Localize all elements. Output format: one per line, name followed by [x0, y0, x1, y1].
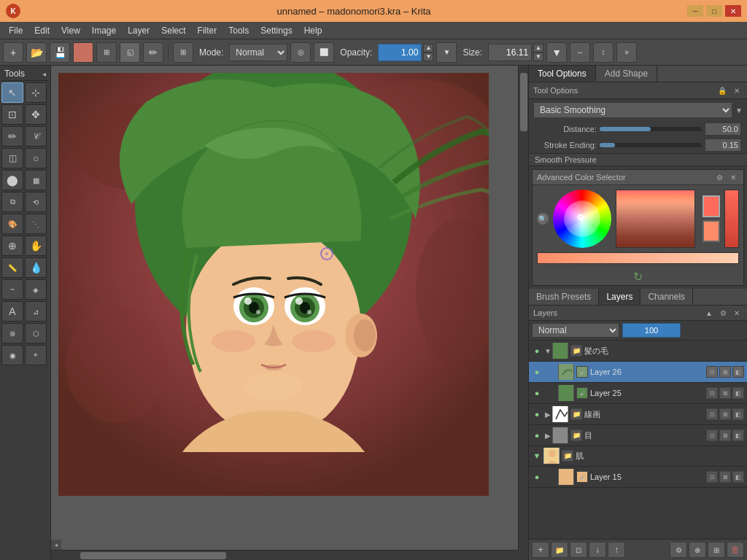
similar-sel-btn[interactable]: ◉ — [1, 345, 23, 365]
menu-image[interactable]: Image — [86, 24, 122, 37]
clone-tool-btn[interactable]: ⧉ — [1, 192, 23, 212]
layers-close-icon[interactable]: ✕ — [731, 307, 743, 319]
layer-visibility-hair[interactable]: ● — [532, 346, 542, 356]
opacity-extra-btn[interactable]: ▼ — [436, 42, 457, 63]
layer-extra-lineart-1[interactable]: ⊡ — [706, 408, 718, 420]
foreground-color[interactable] — [703, 195, 720, 217]
size-input[interactable]: 16.11 — [488, 44, 532, 61]
menu-settings[interactable]: Settings — [255, 24, 298, 37]
panel-close-icon[interactable]: ✕ — [731, 85, 743, 96]
menu-help[interactable]: Help — [298, 24, 328, 37]
color-swatch-3[interactable]: ◱ — [120, 42, 140, 63]
color-swatch-1[interactable] — [73, 42, 93, 63]
tab-tool-options[interactable]: Tool Options — [529, 66, 596, 82]
crop-tool-btn[interactable]: ⊡ — [1, 104, 23, 125]
layer-extra-2[interactable]: ⊠ — [719, 366, 731, 378]
layer-extra-lineart-2[interactable]: ⊠ — [719, 408, 731, 420]
gradient-tool-btn[interactable]: ▦ — [25, 170, 47, 190]
copy-layer-btn[interactable]: ⊡ — [570, 542, 587, 558]
layer-extra-15-1[interactable]: ⊡ — [706, 471, 718, 483]
menu-select[interactable]: Select — [155, 24, 191, 37]
move-layer-down-btn[interactable]: ↓ — [589, 542, 606, 558]
eyedropper-tool-btn[interactable]: 💧 — [25, 257, 47, 278]
menu-layer[interactable]: Layer — [122, 24, 155, 37]
pen-tool-btn[interactable]: ✏ — [143, 42, 163, 63]
eraser-tool-btn[interactable]: ◫ — [1, 148, 23, 168]
layer-extra-15-3[interactable]: ◧ — [732, 471, 744, 483]
layer-expand-lineart[interactable]: ▶ — [543, 411, 552, 419]
text-tool-btn[interactable]: A — [1, 301, 23, 322]
layer-extra-15-2[interactable]: ⊠ — [719, 471, 731, 483]
tab-channels[interactable]: Channels — [640, 289, 693, 305]
opacity-input[interactable]: 1.00 — [378, 44, 422, 61]
size-up-btn[interactable]: ▲ — [533, 44, 543, 52]
flatten-image-btn[interactable]: ⊞ — [708, 542, 725, 558]
color-spectrum[interactable] — [616, 190, 695, 248]
layers-settings-icon[interactable]: ⚙ — [717, 307, 729, 319]
layer-visibility-26[interactable]: ● — [532, 367, 542, 377]
menu-view[interactable]: View — [55, 24, 86, 37]
vector-tool-btn[interactable]: ⊿ — [25, 301, 47, 322]
color-value-bar[interactable] — [724, 190, 739, 248]
layer-properties-btn[interactable]: ⚙ — [670, 542, 687, 558]
select-tool-btn[interactable]: ↖ — [1, 82, 23, 103]
shape-tool-btn[interactable]: ○ — [25, 148, 47, 168]
menu-filter[interactable]: Filter — [192, 24, 223, 37]
refresh-icon[interactable]: ↻ — [633, 270, 643, 284]
calligraphy-tool-btn[interactable]: 𝒞 — [25, 126, 47, 147]
layers-scroll-up-icon[interactable]: ▲ — [703, 307, 715, 319]
opacity-up-btn[interactable]: ▲ — [423, 44, 433, 52]
color-refresh-btn[interactable]: ↻ — [533, 268, 743, 285]
canvas-container[interactable] — [58, 73, 489, 496]
group-layer-btn[interactable]: 📁 — [551, 542, 568, 558]
layer-visibility-eye[interactable]: ● — [532, 430, 542, 440]
assistant-tool-btn[interactable]: ⊛ — [1, 323, 23, 343]
open-btn[interactable]: 📂 — [26, 42, 47, 63]
layer-item-hair-group[interactable]: ● ▼ 📁 髪の毛 — [529, 341, 747, 362]
tab-brush-presets[interactable]: Brush Presets — [529, 289, 599, 305]
layer-item-25[interactable]: ● 🖌 Layer 25 ⊡ ⊠ ◧ — [529, 383, 747, 404]
menu-file[interactable]: File — [3, 24, 28, 37]
stroke-ending-value[interactable]: 0.15 — [705, 139, 741, 152]
v-scroll-thumb[interactable] — [520, 73, 527, 131]
layer-expand-hair[interactable]: ▼ — [543, 347, 552, 355]
minimize-button[interactable]: ─ — [687, 5, 703, 17]
pan-tool-btn[interactable]: ✋ — [25, 236, 47, 256]
save-btn[interactable]: 💾 — [50, 42, 70, 63]
layer-extra-3[interactable]: ◧ — [732, 366, 744, 378]
size-down-btn[interactable]: ▼ — [533, 52, 543, 61]
measure-tool-btn[interactable]: 📏 — [1, 257, 23, 278]
color-wheel[interactable] — [553, 190, 611, 248]
layer-extra-lineart-3[interactable]: ◧ — [732, 408, 744, 420]
bezier-sel-btn[interactable]: ⌖ — [25, 345, 47, 365]
distance-slider-track[interactable] — [600, 127, 702, 131]
layer-item-15[interactable]: ● 🖌 Layer 15 ⊡ ⊠ ◧ — [529, 467, 747, 488]
freehand-tool-btn[interactable]: ✏ — [1, 126, 23, 147]
layer-extra-eye-3[interactable]: ◧ — [732, 429, 744, 441]
color-sel-settings-icon[interactable]: ⚙ — [713, 171, 725, 183]
alpha-lock-btn[interactable]: ⬜ — [314, 42, 334, 63]
layer-visibility-25[interactable]: ● — [532, 388, 542, 398]
layers-opacity-slider[interactable]: 100 — [622, 323, 681, 338]
merge-layer-btn[interactable]: ⊕ — [689, 542, 706, 558]
layer-extra-1[interactable]: ⊡ — [706, 366, 718, 378]
delete-layer-btn[interactable]: 🗑 — [727, 542, 744, 558]
menu-edit[interactable]: Edit — [28, 24, 55, 37]
layer-expand-eye[interactable]: ▶ — [543, 432, 552, 440]
stroke-ending-slider-track[interactable] — [600, 143, 702, 147]
canvas-area[interactable]: ◂ — [51, 66, 528, 560]
color-gradient-bar[interactable] — [537, 252, 739, 264]
background-color[interactable] — [703, 220, 720, 242]
color-sel-close-icon[interactable]: ✕ — [727, 171, 739, 183]
move-layer-up-btn[interactable]: ↑ — [608, 542, 625, 558]
filter-brush-tool-btn[interactable]: ◈ — [25, 279, 47, 300]
grid-btn[interactable]: ⊞ — [173, 42, 193, 63]
layer-extra-25-2[interactable]: ⊠ — [719, 387, 731, 399]
layers-blend-select[interactable]: Normal Multiply Screen — [532, 323, 619, 338]
tools-collapse-btn[interactable]: ◂ — [42, 70, 46, 78]
warp-tool-btn[interactable]: ⋱ — [25, 214, 47, 234]
more-btn[interactable]: » — [616, 42, 637, 63]
scroll-left-btn[interactable]: ◂ — [51, 540, 61, 550]
transform-tool-btn[interactable]: ⊹ — [25, 82, 47, 103]
tab-layers[interactable]: Layers — [599, 289, 640, 305]
